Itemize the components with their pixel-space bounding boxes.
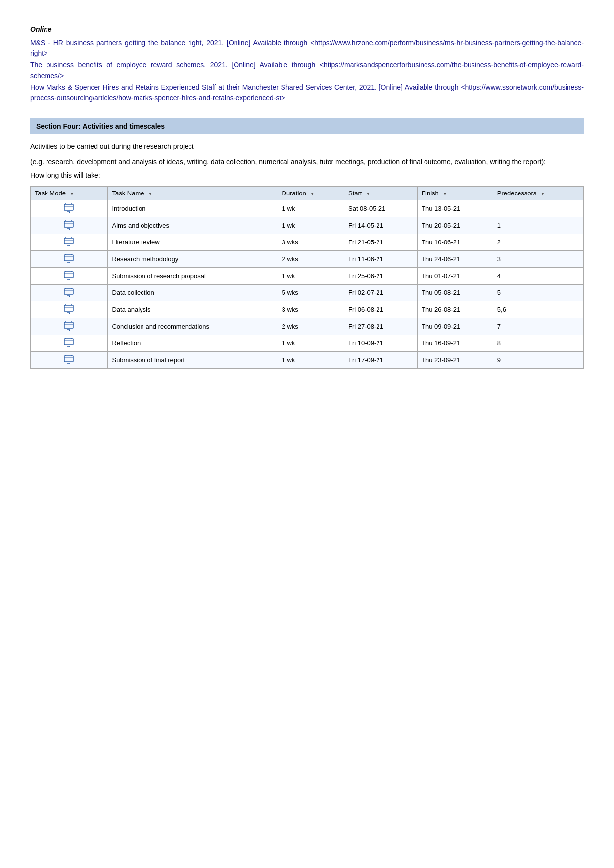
table-row: Submission of final report1 wkFri 17-09-… <box>31 352 584 369</box>
task-mode-cell <box>31 352 108 369</box>
activity-examples: (e.g. research, development and analysis… <box>30 156 584 167</box>
svg-rect-40 <box>64 339 73 345</box>
svg-rect-30 <box>64 305 73 311</box>
task-mode-icon <box>64 338 75 347</box>
section-header: Section Four: Activities and timescales <box>30 118 584 134</box>
task-duration-cell: 2 wks <box>278 318 344 335</box>
task-mode-cell <box>31 234 108 251</box>
col-header-name[interactable]: Task Name ▼ <box>108 187 278 200</box>
reference-1: M&S - HR business partners getting the b… <box>30 39 584 57</box>
task-mode-icon <box>64 220 75 230</box>
task-mode-icon <box>64 237 75 246</box>
task-mode-cell <box>31 200 108 217</box>
task-finish-cell: Thu 23-09-21 <box>418 352 493 369</box>
task-mode-cell <box>31 318 108 335</box>
reference-2: The business benefits of employee reward… <box>30 61 584 80</box>
task-mode-icon <box>64 354 75 364</box>
svg-rect-15 <box>64 255 73 261</box>
online-section: Online M&S - HR business partners gettin… <box>30 25 584 103</box>
task-predecessors-cell: 9 <box>493 352 583 369</box>
table-row: Introduction1 wkSat 08-05-21Thu 13-05-21 <box>31 200 584 217</box>
col-header-finish[interactable]: Finish ▼ <box>418 187 493 200</box>
task-start-cell: Fri 21-05-21 <box>344 234 418 251</box>
col-header-duration[interactable]: Duration ▼ <box>278 187 344 200</box>
task-predecessors-cell: 1 <box>493 217 583 234</box>
page-container: Online M&S - HR business partners gettin… <box>10 10 604 851</box>
svg-rect-20 <box>64 272 73 278</box>
task-predecessors-cell: 8 <box>493 335 583 352</box>
pred-sort-icon: ▼ <box>540 191 545 196</box>
task-predecessors-cell: 7 <box>493 318 583 335</box>
activity-intro: Activities to be carried out during the … <box>30 141 584 152</box>
task-mode-cell <box>31 251 108 268</box>
task-mode-icon <box>64 270 75 280</box>
task-predecessors-cell: 2 <box>493 234 583 251</box>
reference-3: How Marks & Spencer Hires and Retains Ex… <box>30 83 584 102</box>
table-row: Conclusion and recommendations2 wksFri 2… <box>31 318 584 335</box>
task-mode-icon <box>64 253 75 263</box>
task-start-cell: Fri 17-09-21 <box>344 352 418 369</box>
task-predecessors-cell: 5,6 <box>493 301 583 318</box>
task-start-cell: Sat 08-05-21 <box>344 200 418 217</box>
task-name-cell: Research methodology <box>108 251 278 268</box>
task-finish-cell: Thu 13-05-21 <box>418 200 493 217</box>
how-long-text: How long this will take: <box>30 171 584 179</box>
task-start-cell: Fri 11-06-21 <box>344 251 418 268</box>
task-name-cell: Aims and objectives <box>108 217 278 234</box>
task-name-cell: Introduction <box>108 200 278 217</box>
svg-rect-35 <box>64 322 73 328</box>
task-finish-cell: Thu 05-08-21 <box>418 285 493 301</box>
col-header-predecessors[interactable]: Predecessors ▼ <box>493 187 583 200</box>
task-duration-cell: 1 wk <box>278 268 344 285</box>
task-mode-icon <box>64 287 75 297</box>
task-start-cell: Fri 06-08-21 <box>344 301 418 318</box>
task-mode-cell <box>31 285 108 301</box>
name-sort-icon: ▼ <box>148 191 153 196</box>
task-name-cell: Submission of final report <box>108 352 278 369</box>
table-row: Research methodology2 wksFri 11-06-21Thu… <box>31 251 584 268</box>
task-finish-cell: Thu 26-08-21 <box>418 301 493 318</box>
table-row: Literature review3 wksFri 21-05-21Thu 10… <box>31 234 584 251</box>
task-duration-cell: 3 wks <box>278 301 344 318</box>
task-finish-cell: Thu 20-05-21 <box>418 217 493 234</box>
task-duration-cell: 5 wks <box>278 285 344 301</box>
table-row: Data collection5 wksFri 02-07-21Thu 05-0… <box>31 285 584 301</box>
task-predecessors-cell <box>493 200 583 217</box>
task-start-cell: Fri 27-08-21 <box>344 318 418 335</box>
task-finish-cell: Thu 10-06-21 <box>418 234 493 251</box>
task-name-cell: Conclusion and recommendations <box>108 318 278 335</box>
task-duration-cell: 1 wk <box>278 352 344 369</box>
svg-rect-5 <box>64 221 73 227</box>
task-name-cell: Literature review <box>108 234 278 251</box>
task-start-cell: Fri 14-05-21 <box>344 217 418 234</box>
task-start-cell: Fri 25-06-21 <box>344 268 418 285</box>
task-name-cell: Data collection <box>108 285 278 301</box>
duration-sort-icon: ▼ <box>310 191 315 196</box>
task-finish-cell: Thu 16-09-21 <box>418 335 493 352</box>
task-mode-cell <box>31 268 108 285</box>
task-finish-cell: Thu 09-09-21 <box>418 318 493 335</box>
table-row: Submission of research proposal1 wkFri 2… <box>31 268 584 285</box>
online-label: Online <box>30 25 584 33</box>
task-mode-icon <box>64 304 75 314</box>
svg-rect-45 <box>64 356 73 362</box>
table-row: Reflection1 wkFri 10-09-21Thu 16-09-218 <box>31 335 584 352</box>
svg-rect-10 <box>64 238 73 244</box>
table-row: Data analysis3 wksFri 06-08-21Thu 26-08-… <box>31 301 584 318</box>
svg-rect-25 <box>64 289 73 294</box>
col-header-start[interactable]: Start ▼ <box>344 187 418 200</box>
task-start-cell: Fri 10-09-21 <box>344 335 418 352</box>
task-mode-cell <box>31 301 108 318</box>
task-duration-cell: 1 wk <box>278 200 344 217</box>
gantt-table: Task Mode ▼ Task Name ▼ Duration ▼ Start… <box>30 186 584 369</box>
task-mode-icon <box>64 203 75 213</box>
task-name-cell: Data analysis <box>108 301 278 318</box>
task-finish-cell: Thu 01-07-21 <box>418 268 493 285</box>
task-duration-cell: 1 wk <box>278 335 344 352</box>
task-name-cell: Submission of research proposal <box>108 268 278 285</box>
col-header-mode[interactable]: Task Mode ▼ <box>31 187 108 200</box>
task-mode-cell <box>31 217 108 234</box>
task-name-cell: Reflection <box>108 335 278 352</box>
finish-sort-icon: ▼ <box>442 191 447 196</box>
task-duration-cell: 3 wks <box>278 234 344 251</box>
